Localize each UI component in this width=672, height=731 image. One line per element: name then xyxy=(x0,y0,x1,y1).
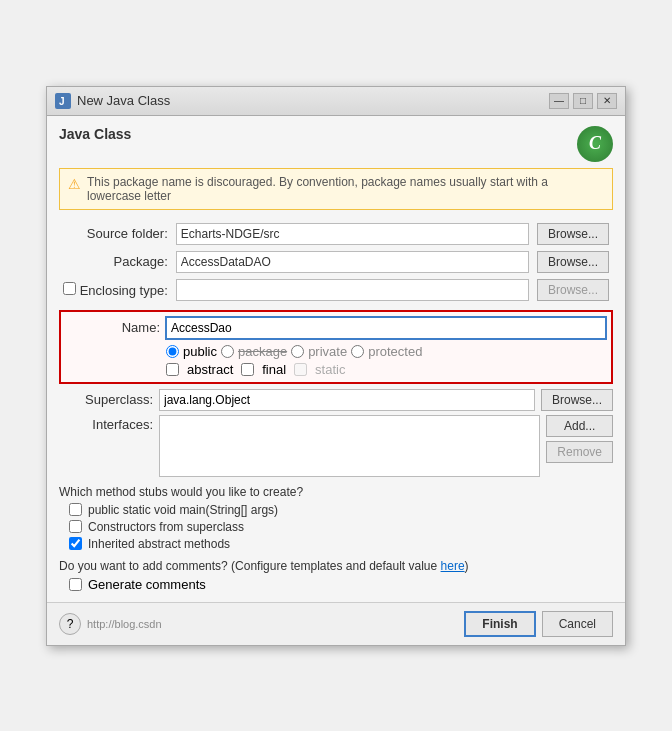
enclosing-type-input[interactable] xyxy=(176,279,529,301)
warning-box: ⚠ This package name is discouraged. By c… xyxy=(59,168,613,210)
modifier-protected-label: protected xyxy=(368,344,422,359)
stubs-title: Which method stubs would you like to cre… xyxy=(59,485,613,499)
source-folder-browse-button[interactable]: Browse... xyxy=(537,223,609,245)
dialog-body: Java Class C ⚠ This package name is disc… xyxy=(47,116,625,602)
footer-url: http://blog.csdn xyxy=(87,618,458,630)
package-row: Package: Browse... xyxy=(59,248,613,276)
modifier-package-label: package xyxy=(238,344,287,359)
title-bar-left: J New Java Class xyxy=(55,93,170,109)
modifier-package-radio[interactable] xyxy=(221,345,234,358)
static-checkbox[interactable] xyxy=(294,363,307,376)
abstract-label: abstract xyxy=(187,362,233,377)
name-row: Name: xyxy=(66,317,606,339)
section-header: Java Class C xyxy=(59,126,613,162)
package-browse-button[interactable]: Browse... xyxy=(537,251,609,273)
name-label: Name: xyxy=(66,320,160,335)
superclass-label: Superclass: xyxy=(59,392,153,407)
svg-text:J: J xyxy=(59,96,65,107)
enclosing-type-row: Enclosing type: Browse... xyxy=(59,276,613,304)
stub-main-label: public static void main(String[] args) xyxy=(88,503,278,517)
stub-item-inherited: Inherited abstract methods xyxy=(59,537,613,551)
source-folder-row: Source folder: Browse... xyxy=(59,220,613,248)
abstract-checkbox[interactable] xyxy=(166,363,179,376)
source-folder-label: Source folder: xyxy=(59,220,172,248)
static-label: static xyxy=(315,362,345,377)
final-checkbox[interactable] xyxy=(241,363,254,376)
interfaces-row: Interfaces: Add... Remove xyxy=(59,415,613,477)
stub-item-constructors: Constructors from superclass xyxy=(59,520,613,534)
comments-title-prefix: Do you want to add comments? (Configure … xyxy=(59,559,441,573)
final-label: final xyxy=(262,362,286,377)
stub-item-main: public static void main(String[] args) xyxy=(59,503,613,517)
maximize-button[interactable]: □ xyxy=(573,93,593,109)
comments-title-suffix: ) xyxy=(465,559,469,573)
enclosing-type-checkbox[interactable] xyxy=(63,282,76,295)
name-section-highlight: Name: public package private protected a… xyxy=(59,310,613,384)
superclass-row: Superclass: Browse... xyxy=(59,389,613,411)
superclass-browse-button[interactable]: Browse... xyxy=(541,389,613,411)
dialog-icon: J xyxy=(55,93,71,109)
interfaces-buttons: Add... Remove xyxy=(546,415,613,463)
finish-button[interactable]: Finish xyxy=(464,611,535,637)
generate-comments-checkbox[interactable] xyxy=(69,578,82,591)
help-button[interactable]: ? xyxy=(59,613,81,635)
warning-icon: ⚠ xyxy=(68,176,81,192)
modifier-protected-radio[interactable] xyxy=(351,345,364,358)
stub-constructors-label: Constructors from superclass xyxy=(88,520,244,534)
dialog-footer: ? http://blog.csdn Finish Cancel xyxy=(47,602,625,645)
minimize-button[interactable]: — xyxy=(549,93,569,109)
close-button[interactable]: ✕ xyxy=(597,93,617,109)
stub-inherited-checkbox[interactable] xyxy=(69,537,82,550)
title-bar-controls: — □ ✕ xyxy=(549,93,617,109)
name-input[interactable] xyxy=(166,317,606,339)
generate-comments-row: Generate comments xyxy=(59,577,613,592)
modifier-public-radio[interactable] xyxy=(166,345,179,358)
title-bar: J New Java Class — □ ✕ xyxy=(47,87,625,116)
superclass-interfaces-section: Superclass: Browse... Interfaces: Add...… xyxy=(59,389,613,477)
interfaces-label: Interfaces: xyxy=(59,415,153,432)
stub-constructors-checkbox[interactable] xyxy=(69,520,82,533)
interfaces-remove-button[interactable]: Remove xyxy=(546,441,613,463)
stub-main-checkbox[interactable] xyxy=(69,503,82,516)
dialog-title: New Java Class xyxy=(77,93,170,108)
section-title: Java Class xyxy=(59,126,131,142)
stub-inherited-label: Inherited abstract methods xyxy=(88,537,230,551)
stubs-section: Which method stubs would you like to cre… xyxy=(59,485,613,551)
package-label: Package: xyxy=(59,248,172,276)
enclosing-type-browse-button[interactable]: Browse... xyxy=(537,279,609,301)
cancel-button[interactable]: Cancel xyxy=(542,611,613,637)
modifiers-checkbox-row: abstract final static xyxy=(66,362,606,377)
comments-link[interactable]: here xyxy=(441,559,465,573)
modifier-public-label: public xyxy=(183,344,217,359)
superclass-input[interactable] xyxy=(159,389,535,411)
modifier-private-radio[interactable] xyxy=(291,345,304,358)
package-input[interactable] xyxy=(176,251,529,273)
comments-section: Do you want to add comments? (Configure … xyxy=(59,559,613,592)
comments-title: Do you want to add comments? (Configure … xyxy=(59,559,613,573)
source-folder-input[interactable] xyxy=(176,223,529,245)
modifiers-radio-row: public package private protected xyxy=(66,344,606,359)
interfaces-add-button[interactable]: Add... xyxy=(546,415,613,437)
modifier-private-label: private xyxy=(308,344,347,359)
enclosing-type-label: Enclosing type: xyxy=(80,283,168,298)
generate-comments-label: Generate comments xyxy=(88,577,206,592)
java-logo: C xyxy=(577,126,613,162)
new-java-class-dialog: J New Java Class — □ ✕ Java Class C ⚠ Th… xyxy=(46,86,626,646)
warning-text: This package name is discouraged. By con… xyxy=(87,175,604,203)
form: Source folder: Browse... Package: Browse… xyxy=(59,220,613,304)
interfaces-box xyxy=(159,415,540,477)
